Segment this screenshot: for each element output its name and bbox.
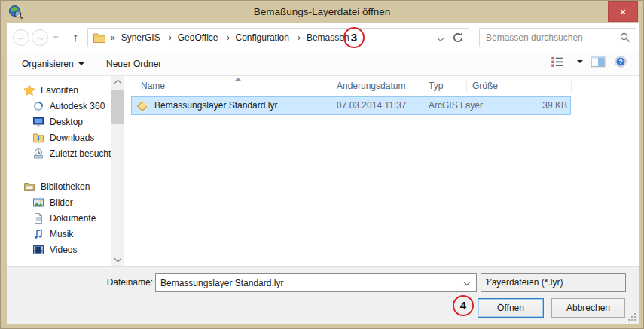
file-size: 39 KB: [478, 97, 567, 114]
documents-icon: [32, 212, 44, 224]
breadcrumb-synergis[interactable]: SynerGIS: [120, 32, 162, 43]
address-bar[interactable]: « SynerGIS GeoOffice Configuration Bemas…: [87, 28, 469, 47]
title-bar[interactable]: Bemaßungs-Layerdatei öffnen ×: [1, 1, 643, 23]
sidebar-item-label: Zuletzt besucht: [50, 148, 111, 159]
chevron-down-icon[interactable]: [464, 279, 470, 285]
organize-menu[interactable]: Organisieren: [22, 56, 84, 72]
filetype-dropdown[interactable]: Layerdateien (*.lyr): [481, 273, 626, 292]
column-header-type[interactable]: Typ: [429, 76, 443, 96]
downloads-icon: [32, 132, 44, 144]
music-icon: [32, 228, 44, 240]
command-bar: Organisieren Neuer Ordner: [7, 52, 639, 76]
desktop-icon: [32, 116, 44, 128]
sidebar-item-videos[interactable]: Videos: [7, 242, 111, 257]
cancel-button[interactable]: Abbrechen: [551, 298, 625, 318]
sidebar-item-musik[interactable]: Musik: [7, 226, 111, 242]
breadcrumb-geooffice[interactable]: GeoOffice: [176, 32, 220, 43]
dialog-footer: Dateiname: Layerdateien (*.lyr) 4 Öffnen…: [7, 266, 639, 324]
search-input[interactable]: [486, 29, 614, 46]
sidebar-item-label: Desktop: [50, 117, 83, 127]
new-folder-button[interactable]: Neuer Ordner: [106, 56, 161, 72]
breadcrumb-configuration[interactable]: Configuration: [234, 32, 291, 43]
annotation-circle-3: 3: [343, 27, 365, 48]
column-header-name[interactable]: Name: [141, 76, 165, 96]
address-separator: [447, 30, 447, 45]
sidebar-scrollbar[interactable]: [111, 76, 124, 266]
open-file-dialog: Bemaßungs-Layerdatei öffnen × « SynerGIS…: [0, 0, 644, 329]
file-name: Bemassungslayer Standard.lyr: [154, 97, 277, 114]
sidebar-item-autodesk360[interactable]: Autodesk 360: [7, 98, 111, 114]
sidebar-item-recent[interactable]: Zuletzt besucht: [7, 145, 111, 161]
dialog-content: « SynerGIS GeoOffice Configuration Bemas…: [7, 23, 639, 324]
sidebar-item-bilder[interactable]: Bilder: [7, 194, 111, 210]
address-dropdown-icon[interactable]: [438, 35, 444, 41]
scroll-up-icon[interactable]: [114, 80, 122, 87]
column-header-size[interactable]: Größe: [472, 76, 498, 96]
column-divider[interactable]: [571, 79, 572, 93]
sidebar-item-label: Bilder: [50, 197, 73, 208]
file-row-selected[interactable]: Bemassungslayer Standard.lyr 07.03.2014 …: [131, 96, 571, 115]
history-dropdown-icon[interactable]: [53, 36, 59, 39]
new-folder-label: Neuer Ordner: [106, 56, 161, 72]
file-modified-date: 07.03.2014 11:37: [337, 97, 407, 114]
column-divider[interactable]: [423, 79, 423, 93]
view-mode-icon[interactable]: [550, 56, 565, 68]
recent-places-icon: [32, 148, 44, 160]
sidebar-spacer: [7, 161, 111, 178]
sidebar-item-dokumente[interactable]: Dokumente: [7, 210, 111, 226]
filename-input[interactable]: [160, 275, 454, 291]
breadcrumb-overflow[interactable]: «: [110, 32, 115, 43]
open-button[interactable]: Öffnen: [478, 298, 544, 318]
sort-ascending-icon: [234, 78, 242, 81]
scroll-down-icon[interactable]: [114, 255, 122, 263]
file-type: ArcGIS Layer: [429, 97, 483, 114]
main-area: Favoriten Autodesk 360: [7, 76, 639, 266]
filetype-value: Layerdateien (*.lyr): [487, 277, 563, 288]
search-box[interactable]: [479, 28, 636, 47]
close-button[interactable]: ×: [608, 1, 638, 22]
breadcrumb-separator-icon[interactable]: [295, 35, 301, 40]
view-mode-dropdown-icon[interactable]: [577, 60, 583, 63]
toolbar-right-icons: ?: [550, 56, 628, 68]
window-title: Bemaßungs-Layerdatei öffnen: [1, 1, 643, 23]
sidebar-item-label: Downloads: [50, 133, 94, 143]
sidebar-item-label: Autodesk 360: [50, 101, 105, 111]
column-divider[interactable]: [466, 79, 467, 93]
column-header-modified[interactable]: Änderungsdatum: [337, 76, 405, 96]
preview-pane-icon[interactable]: [591, 56, 606, 68]
lyr-diamond-icon: [136, 99, 149, 113]
sidebar-group-label: Bibliotheken: [41, 181, 90, 192]
back-button[interactable]: [13, 29, 29, 46]
sidebar-item-label: Musik: [50, 229, 73, 239]
address-row: « SynerGIS GeoOffice Configuration Bemas…: [7, 23, 639, 52]
scrollbar-thumb[interactable]: [111, 90, 124, 124]
refresh-icon[interactable]: [450, 31, 466, 44]
sidebar-group-bibliotheken[interactable]: Bibliotheken: [7, 178, 111, 194]
file-list: Name Änderungsdatum Typ Größe Bemassungs…: [124, 76, 639, 266]
breadcrumb-separator-icon[interactable]: [166, 35, 172, 40]
autodesk360-icon: [32, 100, 44, 112]
organize-label: Organisieren: [22, 56, 74, 72]
sidebar-item-desktop[interactable]: Desktop: [7, 114, 111, 129]
libraries-icon: [23, 181, 35, 193]
sidebar-group-label: Favoriten: [41, 85, 78, 96]
forward-button[interactable]: [32, 29, 48, 46]
up-button[interactable]: [67, 29, 84, 47]
sidebar-item-downloads[interactable]: Downloads: [7, 129, 111, 145]
folder-icon: [93, 32, 106, 44]
filename-label: Dateiname:: [52, 277, 153, 288]
sidebar-item-label: Dokumente: [50, 213, 96, 224]
resize-grip[interactable]: [628, 313, 636, 321]
chevron-down-icon: [78, 62, 84, 65]
annotation-circle-4: 4: [453, 295, 474, 316]
pictures-icon: [32, 196, 44, 209]
sidebar-item-label: Videos: [50, 245, 77, 255]
videos-icon: [32, 244, 44, 256]
svg-text:?: ?: [618, 58, 622, 65]
filename-combobox[interactable]: [155, 273, 477, 292]
search-icon: [619, 32, 631, 44]
help-icon[interactable]: ?: [613, 56, 628, 68]
sidebar-group-favoriten[interactable]: Favoriten: [7, 82, 111, 98]
column-divider[interactable]: [331, 79, 331, 93]
breadcrumb-separator-icon[interactable]: [224, 35, 229, 40]
